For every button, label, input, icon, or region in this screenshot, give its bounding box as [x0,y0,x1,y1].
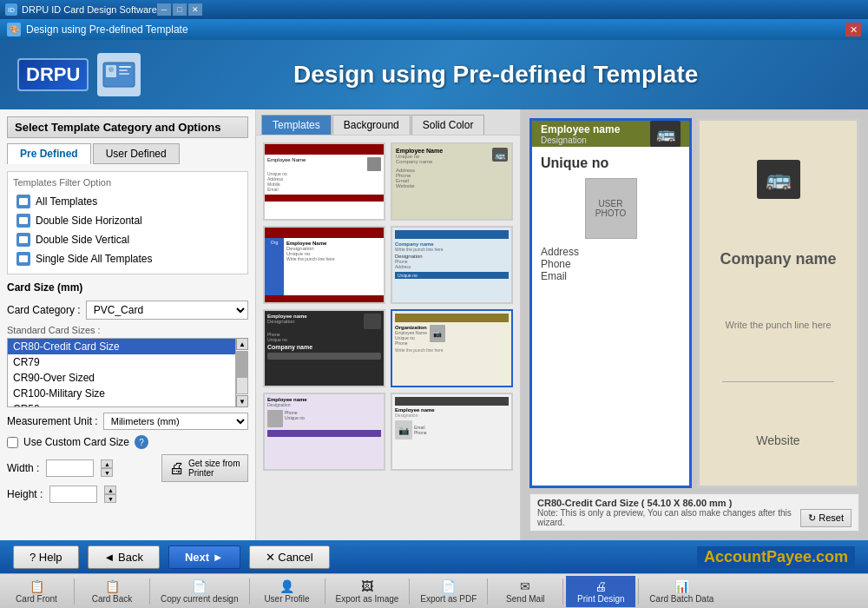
preview-card-front[interactable]: Employee name Designation 🚌 Unique no US… [529,118,692,488]
header-title: Design using Pre-defined Template [141,61,851,89]
list-scrollbar: ▲ ▼ [236,338,248,407]
template-item-4[interactable]: Company name Write the punch line here D… [391,226,513,304]
filter-title: Templates Filter Option [13,177,242,188]
bottom-buttons: ? Help ◄ Back Next ► ✕ Cancel AccountPay… [0,540,868,573]
minimize-button[interactable]: ─ [157,3,171,16]
template-tab-solidcolor[interactable]: Solid Color [411,115,485,135]
scroll-up-btn[interactable]: ▲ [236,338,248,350]
taskbar-copy-design[interactable]: 📄 Copy current design [153,576,247,607]
filter-dsv-icon [16,233,30,247]
card-front-header: Employee name Designation [541,123,620,145]
taskbar-user-profile[interactable]: 👤 User Profile [253,576,322,607]
back-button[interactable]: ◄ Back [88,545,160,569]
measurement-row: Measurement Unit : Milimeters (mm) [7,413,248,430]
taskbar-card-back[interactable]: 📋 Card Back [77,576,147,607]
scroll-down-btn[interactable]: ▼ [236,395,248,407]
card-back-icon: 📋 [105,579,120,593]
website-label: Website [756,433,799,447]
taskbar-divider-5 [409,578,410,605]
card-batch-icon: 📊 [674,579,689,593]
employee-name-label: Employee name [541,123,620,135]
svg-rect-5 [119,73,129,75]
filter-all[interactable]: All Templates [13,192,242,211]
template-tab-templates[interactable]: Templates [261,115,332,135]
preview-note: Note: This is only a preview, You can al… [537,508,800,527]
template-item-3[interactable]: Org Employee Name Designation Unique no … [263,226,385,304]
template-item-8[interactable]: Employee name Designation 📷 Email Phone [391,393,513,471]
dialog-title: Design using Pre-defined Template [26,23,188,36]
template-item-2[interactable]: Employee Name Unique no Company name 🚌 A… [391,142,513,221]
export-pdf-icon: 📄 [441,579,456,593]
taskbar-divider-3 [249,578,250,605]
filter-ssat[interactable]: Single Side All Templates [13,249,242,268]
send-mail-icon: ✉ [520,579,530,593]
section-header: Select Template Category and Options [7,116,248,138]
dialog-title-bar: 🎨 Design using Pre-defined Template ✕ [0,19,868,40]
taskbar-export-image[interactable]: 🖼 Export as Image [328,576,407,607]
help-icon[interactable]: ? [135,435,148,449]
taskbar-card-batch[interactable]: 📊 Card Batch Data [641,576,721,607]
template-item-7[interactable]: Employee name Designation Phone Unique n… [263,393,385,471]
scrollbar-track[interactable] [236,351,248,394]
template-item-6[interactable]: Organization Employee Name Unique no Pho… [391,309,513,387]
taskbar-card-front[interactable]: 📋 Card Front [2,576,71,607]
filter-dsv[interactable]: Double Side Vertical [13,230,242,249]
taskbar-send-mail[interactable]: ✉ Send Mail [490,576,560,607]
tab-userdefined[interactable]: User Defined [93,143,180,164]
size-cr80[interactable]: CR80-Credit Card Size [8,339,235,354]
dialog-close-button[interactable]: ✕ [845,23,861,36]
height-down[interactable]: ▼ [104,494,116,503]
height-label: Height : [7,488,43,500]
help-button[interactable]: ? Help [13,545,79,569]
card-body: Unique no USER PHOTO Address Phone Email [532,147,689,291]
width-input[interactable]: 54.10 [46,459,94,477]
width-label: Width : [7,462,39,474]
taskbar-divider-4 [325,578,326,605]
svg-point-2 [108,67,114,72]
close-button[interactable]: ✕ [188,3,202,16]
main-content: Select Template Category and Options Pre… [0,109,868,540]
template-item-5[interactable]: Employee name Designation Phone Unique n… [263,309,385,387]
measurement-select[interactable]: Milimeters (mm) [103,413,248,430]
width-down[interactable]: ▼ [101,468,113,477]
taskbar-print-design[interactable]: 🖨 Print Design [566,576,635,607]
logo-icon [97,53,141,96]
dialog-icon: 🎨 [7,23,21,36]
svg-rect-3 [119,66,131,68]
preview-card-back[interactable]: 🚌 Company name Write the punch line here… [697,118,859,488]
custom-size-checkbox[interactable] [7,437,18,448]
email-label: Email [541,270,681,282]
maximize-button[interactable]: □ [173,3,187,16]
size-cr100[interactable]: CR100-Military Size [8,386,235,401]
reset-button[interactable]: ↻ Reset [800,509,852,527]
company-name-label: Company name [720,250,836,268]
get-size-label: Get size from Printer [188,459,240,478]
taskbar-export-pdf[interactable]: 📄 Export as PDF [412,576,484,607]
user-photo-placeholder: USER PHOTO [585,178,637,239]
height-row: Height : 86.00 ▲ ▼ [7,486,248,503]
custom-size-label: Use Custom Card Size [23,436,129,448]
next-button[interactable]: Next ► [168,545,240,569]
taskbar: 📋 Card Front 📋 Card Back 📄 Copy current … [0,573,868,608]
width-up[interactable]: ▲ [101,459,113,468]
custom-size-row: Use Custom Card Size ? [7,435,248,449]
taskbar-divider-8 [638,578,639,605]
template-item-1[interactable]: Employee Name Unique no Address Mobile E… [263,142,385,221]
sizes-list[interactable]: CR80-Credit Card Size CR79 CR90-Over Siz… [7,338,236,407]
filter-dsh[interactable]: Double Side Horizontal [13,211,242,230]
size-cr90[interactable]: CR90-Over Sized [8,370,235,386]
taskbar-divider-6 [487,578,488,605]
height-input[interactable]: 86.00 [49,486,97,503]
card-category-row: Card Category : PVC_Card [7,301,248,320]
size-cr50[interactable]: CR50 [8,401,235,407]
filter-box: Templates Filter Option All Templates Do… [7,171,248,274]
template-tab-background[interactable]: Background [332,115,411,135]
window-controls: ─ □ ✕ [157,3,202,16]
cancel-button[interactable]: ✕ Cancel [249,545,330,569]
size-cr79[interactable]: CR79 [8,354,235,370]
height-up[interactable]: ▲ [104,486,116,494]
scrollbar-thumb [237,352,247,378]
tab-predefined[interactable]: Pre Defined [7,143,91,164]
card-category-select[interactable]: PVC_Card [86,301,248,320]
get-size-button[interactable]: 🖨 Get size from Printer [161,454,248,482]
